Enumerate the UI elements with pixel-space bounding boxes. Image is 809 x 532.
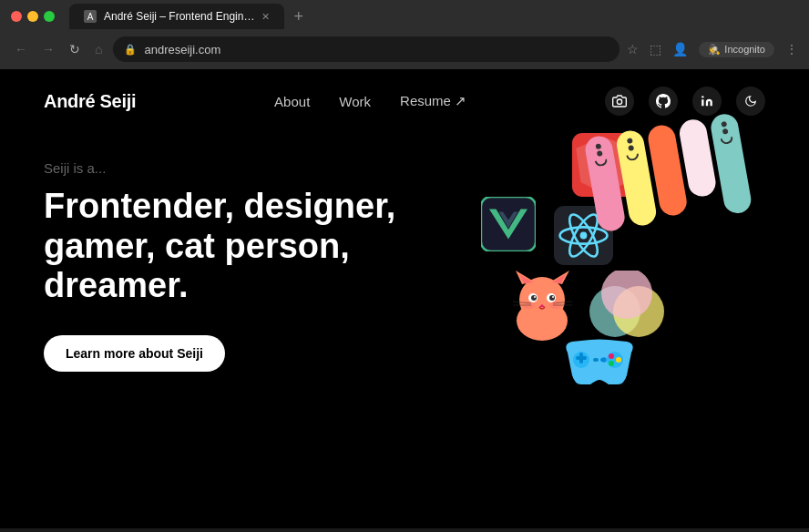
minimize-button[interactable] bbox=[27, 11, 38, 22]
svg-point-41 bbox=[609, 353, 614, 359]
close-button[interactable] bbox=[11, 11, 22, 22]
svg-point-42 bbox=[616, 357, 621, 363]
svg-point-25 bbox=[534, 296, 536, 298]
tab-bar: A André Seiji – Frontend Engin… ✕ + bbox=[69, 4, 798, 29]
address-bar-row: ← → ↻ ⌂ 🔒 andreseiji.com ☆ ⬚ 👤 🕵 Incogni… bbox=[0, 33, 809, 69]
title-bar: A André Seiji – Frontend Engin… ✕ + bbox=[0, 0, 809, 33]
website: André Seiji About Work Resume ↗ bbox=[0, 69, 809, 528]
home-button[interactable]: ⌂ bbox=[91, 40, 106, 58]
linkedin-icon[interactable] bbox=[692, 87, 722, 116]
gamepad bbox=[558, 334, 640, 393]
svg-point-0 bbox=[617, 99, 621, 104]
dark-mode-icon[interactable] bbox=[736, 87, 765, 116]
hero-illustration: A bbox=[463, 124, 773, 397]
active-tab[interactable]: A André Seiji – Frontend Engin… ✕ bbox=[69, 4, 284, 29]
svg-point-14 bbox=[580, 232, 588, 240]
maximize-button[interactable] bbox=[44, 11, 55, 22]
svg-point-1 bbox=[701, 96, 703, 97]
github-icon[interactable] bbox=[649, 87, 678, 116]
browser-chrome: A André Seiji – Frontend Engin… ✕ + ← → … bbox=[0, 0, 809, 69]
address-bar[interactable]: 🔒 andreseiji.com bbox=[113, 36, 620, 62]
traffic-lights bbox=[11, 11, 55, 22]
tab-favicon: A bbox=[84, 10, 97, 23]
svg-point-26 bbox=[552, 296, 554, 298]
svg-rect-46 bbox=[600, 358, 606, 362]
incognito-badge: 🕵 Incognito bbox=[699, 42, 774, 57]
nav-resume[interactable]: Resume ↗ bbox=[400, 93, 466, 109]
lock-icon: 🔒 bbox=[124, 44, 137, 56]
nav-about[interactable]: About bbox=[274, 94, 310, 109]
extensions-icon[interactable]: ⬚ bbox=[650, 42, 661, 56]
site-logo[interactable]: André Seiji bbox=[44, 91, 136, 112]
hero-cta-button[interactable]: Learn more about Seiji bbox=[44, 335, 225, 372]
incognito-icon: 🕵 bbox=[708, 44, 721, 56]
vue-icon bbox=[481, 197, 536, 251]
nav-links: About Work Resume ↗ bbox=[274, 93, 466, 109]
reload-button[interactable]: ↻ bbox=[66, 40, 84, 58]
svg-rect-40 bbox=[579, 353, 583, 363]
hero-title: Frontender, designer, gamer, cat person,… bbox=[44, 187, 481, 306]
menu-button[interactable]: ⋮ bbox=[785, 42, 798, 56]
nav-work[interactable]: Work bbox=[339, 94, 371, 109]
profile-icon[interactable]: 👤 bbox=[672, 42, 688, 56]
url-display: andreseiji.com bbox=[144, 43, 609, 56]
back-button[interactable]: ← bbox=[11, 40, 31, 58]
new-tab-button[interactable]: + bbox=[288, 7, 309, 26]
svg-point-43 bbox=[609, 361, 614, 366]
camera-icon[interactable] bbox=[605, 87, 634, 116]
incognito-label: Incognito bbox=[724, 44, 765, 55]
tab-close-button[interactable]: ✕ bbox=[261, 11, 270, 23]
svg-point-23 bbox=[531, 295, 537, 301]
bookmark-icon[interactable]: ☆ bbox=[627, 42, 639, 56]
svg-point-24 bbox=[549, 295, 555, 301]
svg-point-16 bbox=[519, 277, 565, 322]
tab-title: André Seiji – Frontend Engin… bbox=[104, 10, 254, 23]
forward-button[interactable]: → bbox=[38, 40, 58, 58]
svg-rect-45 bbox=[593, 358, 599, 362]
nav-icons bbox=[605, 87, 765, 116]
hero-section: Seiji is a... Frontender, designer, game… bbox=[0, 133, 809, 372]
browser-actions: ☆ ⬚ 👤 🕵 Incognito ⋮ bbox=[627, 42, 798, 57]
